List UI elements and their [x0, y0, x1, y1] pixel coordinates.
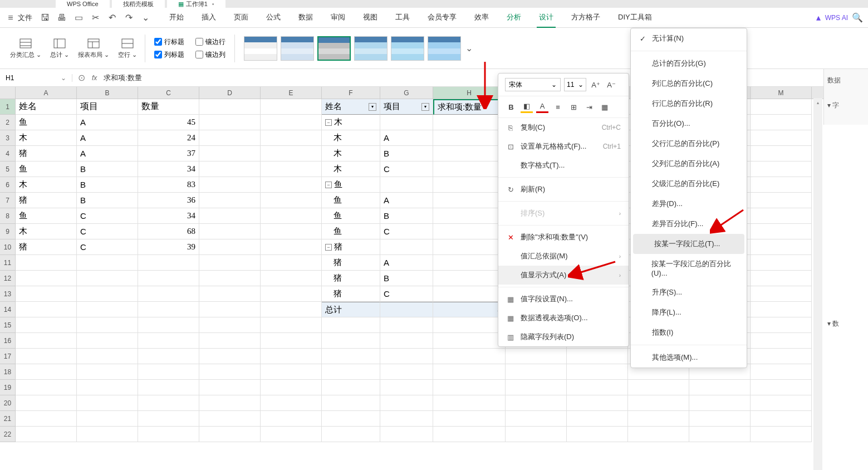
cell[interactable] — [380, 395, 433, 411]
cell[interactable] — [199, 224, 261, 239]
cell[interactable] — [261, 411, 322, 427]
cell[interactable] — [751, 380, 812, 395]
font-shrink-icon[interactable]: A⁻ — [605, 79, 617, 91]
cell[interactable] — [433, 317, 506, 333]
menu-tab-5[interactable]: 审阅 — [328, 8, 347, 28]
cell[interactable] — [138, 427, 199, 442]
cell[interactable] — [433, 224, 506, 239]
cell[interactable] — [751, 177, 812, 193]
cell[interactable] — [77, 333, 138, 349]
cell[interactable] — [433, 349, 506, 364]
cell[interactable] — [138, 395, 199, 411]
cell[interactable]: −鱼 — [322, 177, 380, 193]
cell[interactable] — [261, 286, 322, 302]
col-header-F[interactable]: F — [322, 87, 380, 99]
cell[interactable] — [380, 115, 433, 130]
sub-field-sum[interactable]: 按某一字段汇总(T)... — [633, 234, 744, 254]
cell[interactable] — [433, 364, 506, 380]
cell[interactable] — [77, 427, 138, 442]
cell[interactable] — [199, 286, 261, 302]
cell[interactable] — [751, 271, 812, 286]
cell[interactable]: 猪 — [322, 255, 380, 271]
cell[interactable] — [567, 395, 628, 411]
cell[interactable]: C — [77, 224, 138, 239]
cell[interactable] — [628, 411, 689, 427]
font-size[interactable]: 11⌄ — [564, 78, 586, 91]
cell[interactable] — [261, 115, 322, 130]
cell[interactable]: C — [77, 239, 138, 255]
cell[interactable] — [16, 271, 77, 286]
menu-tab-9[interactable]: 效率 — [472, 8, 491, 28]
tab-workbook[interactable]: ▦工作簿1• — [167, 0, 225, 8]
cell[interactable] — [199, 427, 261, 442]
tab-wps[interactable]: WPS Office — [56, 0, 110, 8]
cell[interactable]: B — [77, 177, 138, 193]
ribbon-subtotal[interactable]: 分类汇总 ⌄ — [6, 37, 46, 59]
cell[interactable] — [261, 302, 322, 317]
cell[interactable] — [16, 349, 77, 364]
cell[interactable] — [138, 286, 199, 302]
cell[interactable] — [322, 411, 380, 427]
cell[interactable] — [380, 349, 433, 364]
col-header-D[interactable]: D — [199, 87, 261, 99]
cell[interactable] — [199, 99, 261, 115]
font-color-icon[interactable]: A — [536, 101, 548, 113]
cell[interactable] — [261, 317, 322, 333]
cell[interactable] — [567, 349, 628, 364]
cell[interactable] — [322, 349, 380, 364]
cell[interactable] — [16, 317, 77, 333]
cell[interactable]: C — [380, 286, 433, 302]
menu-tab-3[interactable]: 公式 — [264, 8, 283, 28]
col-header-E[interactable]: E — [261, 87, 322, 99]
cell[interactable] — [433, 146, 506, 161]
cell[interactable] — [751, 349, 812, 364]
cell[interactable]: 数量 — [138, 99, 199, 115]
cell[interactable]: 鱼 — [322, 208, 380, 224]
cell[interactable] — [138, 302, 199, 317]
row-header-9[interactable]: 9 — [0, 224, 16, 239]
menu-tab-0[interactable]: 开始 — [167, 8, 186, 28]
cell[interactable] — [506, 364, 567, 380]
row-header-11[interactable]: 11 — [0, 255, 16, 271]
cell[interactable] — [506, 411, 567, 427]
cell[interactable] — [199, 177, 261, 193]
cell[interactable] — [567, 427, 628, 442]
cell[interactable]: 猪 — [16, 193, 77, 208]
cell[interactable] — [77, 349, 138, 364]
cell[interactable] — [138, 380, 199, 395]
cell[interactable] — [322, 317, 380, 333]
sub-pct[interactable]: 百分比(O)... — [631, 114, 747, 134]
cell[interactable] — [506, 349, 567, 364]
cell[interactable]: B — [77, 161, 138, 177]
cell[interactable] — [138, 317, 199, 333]
cell[interactable] — [433, 427, 506, 442]
ribbon-total[interactable]: 总计 ⌄ — [46, 37, 73, 59]
cell[interactable]: 木 — [16, 224, 77, 239]
cell[interactable]: −猪 — [322, 239, 380, 255]
cell[interactable] — [199, 411, 261, 427]
cell[interactable]: 木 — [322, 146, 380, 161]
cell[interactable]: 鱼 — [322, 224, 380, 239]
cell[interactable]: A — [380, 255, 433, 271]
cell[interactable] — [261, 395, 322, 411]
cell[interactable] — [433, 193, 506, 208]
merge-icon[interactable]: ⇥ — [583, 101, 595, 113]
sub-pct-row[interactable]: 行汇总的百分比(R) — [631, 94, 747, 114]
row-header-17[interactable]: 17 — [0, 349, 16, 364]
cell[interactable] — [751, 99, 812, 115]
cell[interactable] — [628, 380, 689, 395]
menu-tab-12[interactable]: 方方格子 — [569, 8, 602, 28]
font-grow-icon[interactable]: A⁺ — [590, 79, 602, 91]
cell[interactable] — [16, 380, 77, 395]
sub-no-calc[interactable]: ✓无计算(N) — [631, 28, 747, 48]
row-header-8[interactable]: 8 — [0, 208, 16, 224]
cell[interactable] — [261, 333, 322, 349]
row-header-10[interactable]: 10 — [0, 239, 16, 255]
cell[interactable] — [380, 380, 433, 395]
menu-tab-11[interactable]: 设计 — [537, 8, 556, 28]
cell[interactable]: C — [380, 161, 433, 177]
menu-tab-10[interactable]: 分析 — [504, 8, 523, 28]
cell[interactable]: B — [380, 271, 433, 286]
cell[interactable] — [199, 317, 261, 333]
gallery-more[interactable]: ⌄ — [464, 36, 473, 61]
